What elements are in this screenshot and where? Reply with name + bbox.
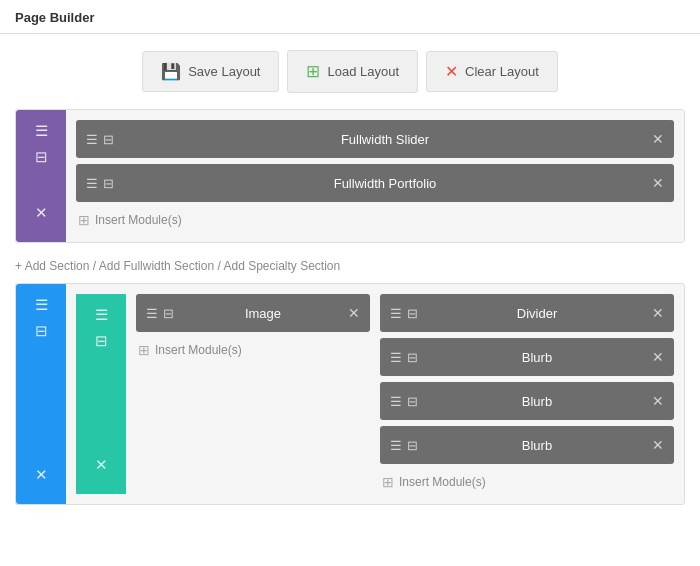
drag-icon[interactable]: ☰ [390, 306, 402, 321]
module-icons: ☰ ⊟ [390, 350, 418, 365]
module-icons: ☰ ⊟ [390, 438, 418, 453]
module-close-button[interactable]: ✕ [652, 393, 664, 409]
load-icon: ⊞ [306, 61, 320, 82]
load-label: Load Layout [327, 64, 399, 79]
drag-icon[interactable]: ☰ [86, 132, 98, 147]
main-content: ☰ ⊟ ✕ ☰ ⊟ Fullwidth Slider ✕ ☰ ⊟ Fullwid… [0, 109, 700, 530]
col-strip: ☰ ⊟ ✕ [76, 294, 126, 494]
drag-icon[interactable]: ☰ [146, 306, 158, 321]
add-section-bar[interactable]: + Add Section / Add Fullwidth Section / … [15, 253, 685, 283]
menu-icon[interactable]: ☰ [35, 296, 48, 314]
module-label: Blurb [428, 394, 646, 409]
module-close-button[interactable]: ✕ [348, 305, 360, 321]
layout-icon[interactable]: ⊟ [35, 148, 48, 166]
settings-icon[interactable]: ⊟ [407, 394, 418, 409]
section-2: ☰ ⊟ ✕ ☰ ⊟ ✕ ☰ [15, 283, 685, 505]
module-close-button[interactable]: ✕ [652, 131, 664, 147]
toolbar: 💾 Save Layout ⊞ Load Layout ✕ Clear Layo… [0, 34, 700, 109]
drag-icon[interactable]: ☰ [390, 350, 402, 365]
right-column: ☰ ⊟ Divider ✕ ☰ ⊟ Blurb ✕ [380, 294, 674, 494]
module-close-button[interactable]: ✕ [652, 305, 664, 321]
module-label: Divider [428, 306, 646, 321]
module-icons: ☰ ⊟ [390, 306, 418, 321]
insert-module-button[interactable]: ⊞ Insert Module(s) [76, 208, 674, 232]
settings-icon[interactable]: ⊟ [407, 350, 418, 365]
section-close-icon[interactable]: ✕ [35, 204, 48, 230]
module-row: ☰ ⊟ Fullwidth Portfolio ✕ [76, 164, 674, 202]
module-label: Image [184, 306, 342, 321]
save-label: Save Layout [188, 64, 260, 79]
settings-icon[interactable]: ⊟ [163, 306, 174, 321]
module-icons: ☰ ⊟ [146, 306, 174, 321]
module-icons: ☰ ⊟ [390, 394, 418, 409]
module-row: ☰ ⊟ Blurb ✕ [380, 338, 674, 376]
module-label: Fullwidth Slider [124, 132, 646, 147]
page-title: Page Builder [15, 10, 94, 25]
load-layout-button[interactable]: ⊞ Load Layout [287, 50, 418, 93]
section-2-sidebar: ☰ ⊟ ✕ [16, 284, 66, 504]
save-icon: 💾 [161, 62, 181, 81]
settings-icon[interactable]: ⊟ [407, 438, 418, 453]
settings-icon[interactable]: ⊟ [407, 306, 418, 321]
menu-icon[interactable]: ☰ [35, 122, 48, 140]
module-row: ☰ ⊟ Divider ✕ [380, 294, 674, 332]
module-icons: ☰ ⊟ [86, 176, 114, 191]
section-1-sidebar: ☰ ⊟ ✕ [16, 110, 66, 242]
left-column: ☰ ⊟ Image ✕ ⊞ Insert Module(s) [126, 294, 370, 494]
clear-layout-button[interactable]: ✕ Clear Layout [426, 51, 558, 92]
module-row: ☰ ⊟ Fullwidth Slider ✕ [76, 120, 674, 158]
insert-icon: ⊞ [138, 342, 150, 358]
module-close-button[interactable]: ✕ [652, 175, 664, 191]
section-close-icon[interactable]: ✕ [35, 466, 48, 492]
module-label: Blurb [428, 350, 646, 365]
insert-label: Insert Module(s) [155, 343, 242, 357]
module-label: Fullwidth Portfolio [124, 176, 646, 191]
col-menu-icon[interactable]: ☰ [95, 306, 108, 324]
layout-icon[interactable]: ⊟ [35, 322, 48, 340]
drag-icon[interactable]: ☰ [390, 438, 402, 453]
columns-wrapper: ☰ ⊟ ✕ ☰ ⊟ Image ✕ [66, 284, 684, 504]
page-header: Page Builder [0, 0, 700, 34]
module-close-button[interactable]: ✕ [652, 437, 664, 453]
save-layout-button[interactable]: 💾 Save Layout [142, 51, 279, 92]
insert-icon: ⊞ [382, 474, 394, 490]
section-1-body: ☰ ⊟ Fullwidth Slider ✕ ☰ ⊟ Fullwidth Por… [66, 110, 684, 242]
insert-icon: ⊞ [78, 212, 90, 228]
module-label: Blurb [428, 438, 646, 453]
insert-label: Insert Module(s) [399, 475, 486, 489]
col-layout-icon[interactable]: ⊟ [95, 332, 108, 350]
drag-icon[interactable]: ☰ [86, 176, 98, 191]
col-close-icon[interactable]: ✕ [95, 456, 108, 482]
module-row: ☰ ⊟ Blurb ✕ [380, 426, 674, 464]
section-2-body: ☰ ⊟ ✕ ☰ ⊟ Image ✕ [66, 284, 684, 504]
settings-icon[interactable]: ⊟ [103, 176, 114, 191]
module-icons: ☰ ⊟ [86, 132, 114, 147]
settings-icon[interactable]: ⊟ [103, 132, 114, 147]
module-close-button[interactable]: ✕ [652, 349, 664, 365]
insert-module-button[interactable]: ⊞ Insert Module(s) [380, 470, 674, 494]
module-row: ☰ ⊟ Blurb ✕ [380, 382, 674, 420]
clear-label: Clear Layout [465, 64, 539, 79]
section-1: ☰ ⊟ ✕ ☰ ⊟ Fullwidth Slider ✕ ☰ ⊟ Fullwid… [15, 109, 685, 243]
drag-icon[interactable]: ☰ [390, 394, 402, 409]
insert-label: Insert Module(s) [95, 213, 182, 227]
insert-module-button[interactable]: ⊞ Insert Module(s) [136, 338, 370, 362]
clear-icon: ✕ [445, 62, 458, 81]
module-row: ☰ ⊟ Image ✕ [136, 294, 370, 332]
add-section-text: + Add Section / Add Fullwidth Section / … [15, 259, 340, 273]
